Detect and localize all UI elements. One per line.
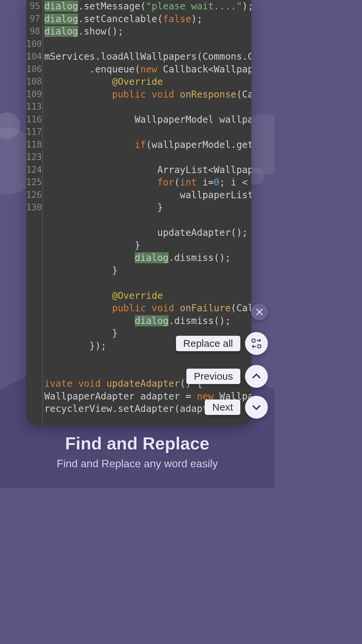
line-number: 126 bbox=[26, 189, 42, 202]
code-line: @Override bbox=[44, 75, 251, 88]
line-number: 116 bbox=[26, 113, 42, 126]
line-number: 109 bbox=[26, 88, 42, 101]
line-number: 117 bbox=[26, 126, 42, 139]
line-number: 113 bbox=[26, 101, 42, 113]
code-line bbox=[44, 277, 251, 289]
code-line bbox=[44, 151, 251, 164]
line-number: 124 bbox=[26, 164, 42, 176]
close-button[interactable] bbox=[251, 304, 268, 320]
line-number: 125 bbox=[26, 176, 42, 189]
code-line: ArrayList<WallpaperModel.image bbox=[44, 164, 251, 176]
line-number: 108 bbox=[26, 75, 42, 88]
line-number: 123 bbox=[26, 151, 42, 164]
code-line: } bbox=[44, 239, 251, 252]
replace-all-container: Replace all bbox=[176, 332, 268, 355]
previous-button[interactable] bbox=[245, 365, 268, 388]
code-line: wallpaperList.add(imagesArray bbox=[44, 189, 251, 202]
svg-rect-1 bbox=[258, 345, 261, 348]
code-line: dialog.dismiss(); bbox=[44, 315, 251, 327]
line-number: 130 bbox=[26, 201, 42, 214]
code-line bbox=[44, 38, 251, 51]
code-line: dialog.setMessage("please wait...."); bbox=[44, 0, 251, 13]
line-number-gutter: 9597981001041061081091131161171181231241… bbox=[26, 0, 43, 425]
code-line bbox=[44, 101, 251, 113]
line-number: 104 bbox=[26, 50, 42, 63]
line-number: 97 bbox=[26, 13, 42, 25]
previous-label: Previous bbox=[186, 369, 240, 384]
svg-rect-0 bbox=[252, 339, 255, 342]
code-line: mServices.loadAllWallpapers(Commons.CAT bbox=[44, 50, 251, 63]
replace-all-button[interactable] bbox=[245, 332, 268, 355]
close-icon bbox=[256, 308, 263, 316]
code-line bbox=[44, 126, 251, 139]
code-line: dialog.show(); bbox=[44, 25, 251, 38]
replace-all-label: Replace all bbox=[176, 336, 240, 351]
next-label: Next bbox=[205, 399, 240, 415]
code-line: if(wallpaperModel.getSuccess() == bbox=[44, 139, 251, 151]
code-line: } bbox=[44, 264, 251, 277]
code-line: dialog.dismiss(); bbox=[44, 252, 251, 264]
code-line: dialog.setCancelable(false); bbox=[44, 13, 251, 25]
promo-title: Find and Replace bbox=[0, 433, 275, 453]
code-line: public void onResponse(Call<Wallpap bbox=[44, 88, 251, 101]
code-line: .enqueue(new Callback<WallpaperMode bbox=[44, 63, 251, 76]
code-line: updateAdapter(); bbox=[44, 226, 251, 239]
code-line: public void onFailure(Call<Wallpa rM bbox=[44, 302, 251, 315]
line-number: 100 bbox=[26, 38, 42, 51]
promo-subtitle: Find and Replace any word easily bbox=[0, 458, 275, 470]
code-line: for(int i=0; i < imagesArrayList.siz bbox=[44, 176, 251, 189]
close-fab-container bbox=[251, 304, 268, 320]
next-button[interactable] bbox=[245, 396, 268, 419]
line-number: 106 bbox=[26, 63, 42, 76]
chevron-up-icon bbox=[250, 370, 262, 382]
line-number: 95 bbox=[26, 0, 42, 13]
code-editor-panel: 9597981001041061081091131161171181231241… bbox=[26, 0, 251, 425]
code-line bbox=[44, 214, 251, 227]
chevron-down-icon bbox=[250, 401, 262, 413]
next-container: Next bbox=[205, 396, 268, 419]
code-line: } bbox=[44, 201, 251, 214]
previous-container: Previous bbox=[186, 365, 268, 388]
code-area[interactable]: dialog.setMessage("please wait....");dia… bbox=[43, 0, 251, 425]
code-line: WallpaperModel wallpaperModel = bbox=[44, 113, 251, 126]
line-number: 118 bbox=[26, 139, 42, 151]
code-line: @Override bbox=[44, 289, 251, 302]
line-number: 98 bbox=[26, 25, 42, 38]
swap-icon bbox=[250, 337, 262, 350]
